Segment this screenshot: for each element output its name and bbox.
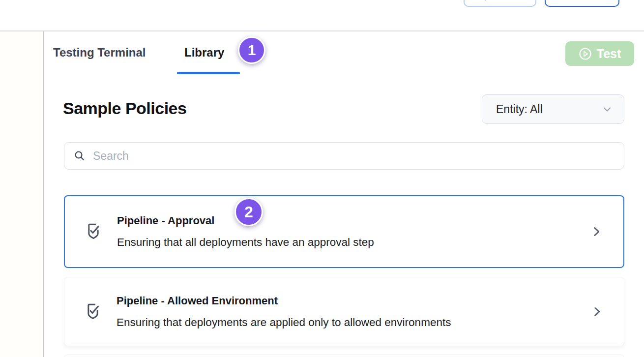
active-tab-underline — [177, 72, 240, 74]
chevron-down-icon — [601, 103, 613, 115]
test-button-label: Test — [597, 47, 621, 61]
policy-card-partial[interactable] — [64, 355, 624, 357]
search-bar — [64, 142, 624, 170]
page-title: Sample Policies — [63, 99, 186, 118]
app-window: Save Discard Testing Terminal Library 1 … — [0, 0, 644, 357]
annotation-badge-1: 1 — [238, 36, 265, 64]
save-button[interactable]: Save — [464, 0, 536, 7]
header-divider — [0, 30, 644, 31]
entity-filter-dropdown[interactable]: Entity: All — [482, 94, 624, 124]
left-sidebar-strip — [0, 31, 43, 357]
discard-button-label: Discard — [562, 0, 602, 3]
entity-filter-value: Entity: All — [496, 103, 543, 116]
discard-button[interactable]: Discard — [545, 0, 619, 7]
search-input[interactable] — [93, 149, 615, 163]
chevron-right-icon — [590, 225, 603, 238]
annotation-badge-2: 2 — [234, 198, 263, 226]
policy-description: Ensuring that deployments are applied on… — [117, 316, 451, 329]
chevron-right-icon — [590, 305, 603, 318]
policy-card-pipeline-approval[interactable]: Pipeline - Approval Ensuring that all de… — [64, 195, 624, 268]
play-circle-icon — [579, 47, 592, 60]
sidebar-divider — [43, 31, 44, 357]
policy-card-pipeline-allowed-environment[interactable]: Pipeline - Allowed Environment Ensuring … — [64, 277, 624, 346]
tab-testing-terminal[interactable]: Testing Terminal — [53, 46, 146, 60]
search-icon — [73, 149, 86, 162]
plus-icon — [480, 0, 490, 1]
test-button[interactable]: Test — [565, 41, 634, 66]
shield-check-icon — [83, 221, 104, 242]
policy-description: Ensuring that all deployments have an ap… — [117, 236, 374, 249]
policy-title: Pipeline - Allowed Environment — [117, 295, 451, 307]
tab-library[interactable]: Library — [184, 46, 224, 60]
shield-check-icon — [82, 301, 104, 323]
save-button-label: Save — [494, 0, 519, 3]
